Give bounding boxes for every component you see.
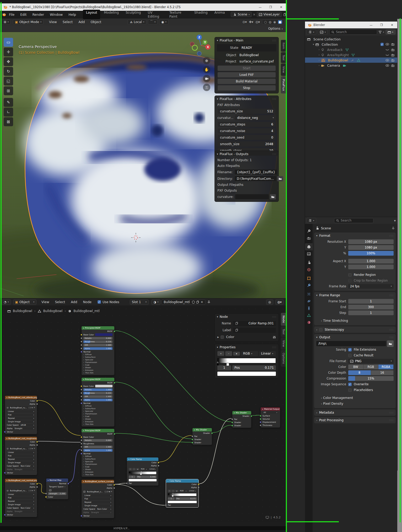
- input-socket[interactable]: [81, 396, 82, 397]
- segment-16[interactable]: 16: [371, 370, 394, 375]
- node-dropdown[interactable]: Flat▾: [7, 455, 35, 457]
- overlays-icon[interactable]: ◎▾: [255, 20, 260, 24]
- ramp-options-button[interactable]: ▾: [233, 352, 240, 356]
- tool-rotate[interactable]: ↻: [4, 67, 13, 76]
- pin-icon[interactable]: [392, 227, 395, 230]
- node-normal[interactable]: ▾BulldogBowl_rust_normal.pngColorAlphaBu…: [5, 478, 37, 517]
- input-socket[interactable]: [81, 385, 82, 387]
- fold-diffuse[interactable]: ›Diffuse: [82, 455, 114, 458]
- ramp-stop[interactable]: [129, 473, 130, 475]
- node-color-fold[interactable]: ▸Color: [215, 334, 278, 340]
- n-panel-properties-header[interactable]: ▾Properties::::: [215, 344, 278, 350]
- framerange-widget-1[interactable]: 300: [348, 305, 394, 309]
- panel-format-header[interactable]: ▾Format::::: [314, 233, 396, 239]
- new-collection-button[interactable]: +: [385, 29, 396, 35]
- node-ramp1[interactable]: ▾Color RampColorAlpha＋－▾RGB▾Linear▾1Pos0…: [127, 457, 159, 486]
- output-widget-5[interactable]: 15%: [348, 376, 394, 381]
- tool-box-select[interactable]: ▭: [4, 38, 13, 47]
- node-editor-type-button[interactable]: ◔▾: [2, 299, 11, 305]
- input-socket[interactable]: [231, 422, 233, 423]
- material-icon[interactable]: ◑▾: [151, 299, 161, 305]
- camera-view-icon[interactable]: [203, 75, 210, 82]
- ior-slider[interactable]: IOR1.500: [83, 395, 112, 398]
- node-mix2[interactable]: ▾Mix ShaderShaderFacShaderShader: [232, 411, 251, 428]
- outliner-row-collection[interactable]: ▾Collection✓: [305, 42, 397, 47]
- chevron-right-icon[interactable]: ›: [319, 64, 320, 67]
- pos-field[interactable]: Pos0.445: [136, 476, 157, 478]
- viewport-menu-object[interactable]: Object: [88, 20, 104, 24]
- fold-transmission[interactable]: ›Transmission: [82, 361, 114, 364]
- checkbox[interactable]: ✓: [348, 383, 352, 386]
- node-header-bsdf2[interactable]: ▾Principled BSDF: [82, 378, 114, 381]
- eye-icon[interactable]: [385, 59, 389, 62]
- fold-sheen[interactable]: ›Sheen: [82, 418, 114, 420]
- cam-icon[interactable]: [391, 64, 395, 67]
- node-dropdown[interactable]: Straight▾: [90, 511, 112, 514]
- node-albedo[interactable]: ▾BulldogBowl_rust_albedo.pngColorAlphaBu…: [5, 396, 37, 434]
- properties-tab-object[interactable]: [305, 275, 313, 282]
- workspace-tab-shading[interactable]: Shading: [191, 10, 211, 19]
- ramp-index-field[interactable]: 1: [217, 365, 231, 370]
- properties-tab-render[interactable]: [305, 235, 313, 242]
- outliner-row-bulldogbowl[interactable]: ›BulldogBowl: [305, 57, 397, 63]
- output-socket[interactable]: [158, 465, 159, 467]
- outliner-label[interactable]: BulldogBowl: [328, 58, 348, 62]
- ramp-stop[interactable]: [172, 495, 173, 497]
- outliner-row-areatopright[interactable]: ›AreaTopRight: [305, 52, 397, 57]
- color-swatch[interactable]: [129, 479, 157, 481]
- node-dropdown[interactable]: Non-Color▾: [20, 465, 35, 467]
- mode-selector[interactable]: ▣Object Mode▾: [13, 19, 44, 25]
- outliner-label[interactable]: AreaBack: [327, 48, 343, 52]
- minimize-button[interactable]: —: [255, 6, 265, 9]
- fold-coat[interactable]: ›Coat: [82, 466, 114, 468]
- outliner-row-scene-collection[interactable]: Scene Collection: [305, 36, 397, 42]
- properties-tab-modifier[interactable]: [305, 282, 313, 289]
- output-socket[interactable]: [36, 403, 38, 405]
- node-header-curvature[interactable]: ▾BulldogBowl_surface_curvature_curva...: [82, 480, 114, 483]
- input-socket[interactable]: [81, 341, 82, 343]
- sidebar-tab-pixaflux[interactable]: PixaFlux: [281, 76, 286, 94]
- cam-icon[interactable]: [391, 54, 395, 56]
- node-label-field[interactable]: [233, 328, 276, 333]
- editor-type-button[interactable]: ⊞▾: [2, 19, 11, 25]
- material-name-field[interactable]: BulldogBowl_mtl ✕: [162, 299, 205, 305]
- node-mix1[interactable]: ▾Mix ShaderShaderFacShaderShader: [192, 428, 212, 445]
- ramp-dropdown[interactable]: Linear▾: [188, 489, 197, 492]
- minimize-button[interactable]: —: [366, 23, 376, 27]
- output-widget-7[interactable]: Placeholders: [348, 388, 394, 392]
- output-socket[interactable]: [158, 462, 159, 463]
- output-widget-4[interactable]: 816: [348, 370, 394, 375]
- fold-thin-film[interactable]: ›Thin Film: [82, 423, 114, 426]
- close-button[interactable]: ✕: [276, 6, 286, 9]
- checkbox-icon[interactable]: ✓: [380, 43, 384, 46]
- menu-edit[interactable]: Edit: [17, 13, 29, 17]
- chevron-right-icon[interactable]: ›: [321, 402, 322, 405]
- workspace-tab-anima[interactable]: Anima: [211, 10, 228, 19]
- metadata-header[interactable]: ›Metadata::::: [314, 409, 396, 416]
- input-socket[interactable]: [81, 515, 82, 517]
- fold-coat[interactable]: ›Coat: [82, 415, 114, 418]
- menu-window[interactable]: Window: [47, 13, 66, 17]
- snap-button[interactable]: ⌒▾: [148, 19, 158, 25]
- node-menu-add[interactable]: Add: [68, 300, 80, 304]
- fold-emission[interactable]: ›Emission: [82, 471, 114, 473]
- fold-transmission[interactable]: ›Transmission: [82, 413, 114, 415]
- breadcrumb-item[interactable]: BulldogBowl_mtl: [73, 309, 100, 313]
- segment-8[interactable]: 8: [348, 370, 371, 375]
- viewport-3d[interactable]: Z Y X Camera Perspective (1) Scene Colle…: [0, 32, 286, 298]
- output-widget-3[interactable]: BWRGBRGBA: [348, 365, 394, 369]
- ramp-mode-dropdown[interactable]: RGB▾: [241, 351, 258, 356]
- n-panel-node-header[interactable]: ▾Node::::: [215, 314, 278, 320]
- ramp-button[interactable]: ▾: [136, 468, 139, 470]
- filename-row-field[interactable]: {object}_{pxf}_{suffix}: [235, 170, 277, 175]
- fold-transmission[interactable]: ›Transmission: [82, 463, 114, 466]
- strength-slider[interactable]: Strength2.200: [48, 492, 66, 495]
- output-socket[interactable]: [36, 400, 38, 402]
- node-dropdown[interactable]: Flat▾: [83, 498, 112, 500]
- node-header-normalmap[interactable]: ▾Normal Map: [46, 478, 68, 482]
- input-socket[interactable]: [81, 402, 82, 404]
- input-socket[interactable]: [191, 439, 193, 440]
- close-button[interactable]: ✕: [387, 23, 397, 27]
- outliner-filter-funnel[interactable]: ▾: [379, 31, 384, 34]
- node-menu-view[interactable]: View: [39, 300, 52, 304]
